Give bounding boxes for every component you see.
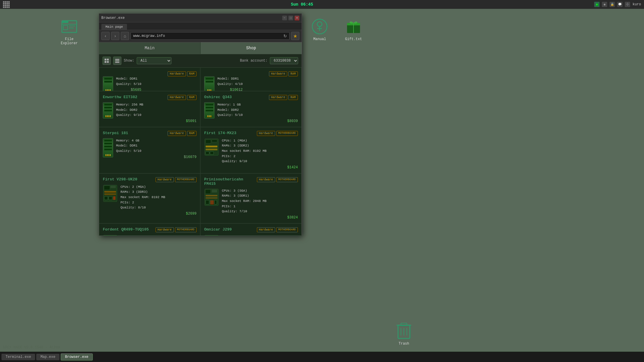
product-name[interactable]: Fordent QR499-TUQ105 — [103, 227, 149, 232]
svg-rect-49 — [103, 235, 117, 236]
tag-ram: RAM — [288, 95, 298, 100]
tag-hardware: Hardware — [156, 177, 174, 182]
product-image — [103, 185, 118, 202]
svg-rect-40 — [113, 196, 115, 200]
grid-icon — [3, 1, 10, 8]
terminal-taskbar-btn[interactable]: Terminal.exe — [1, 354, 35, 360]
bank-select[interactable]: 63310038 — [270, 57, 298, 64]
grid-view-button[interactable] — [103, 57, 111, 65]
main-page-tab[interactable]: Main page — [101, 24, 127, 30]
product-price: $5685 — [116, 88, 141, 91]
product-specs: CPUs: 1 (MGA)RAMs: 3 (DDR2)Max socket RA… — [222, 138, 298, 164]
show-select[interactable]: All RAM CPU Motherboard — [137, 57, 171, 64]
browser-titlebar: Browser.exe − □ ✕ — [99, 14, 302, 22]
svg-rect-48 — [214, 200, 217, 204]
tag-hardware: Hardware — [269, 71, 287, 76]
svg-rect-3 — [63, 25, 68, 30]
svg-rect-32 — [210, 152, 214, 154]
product-name[interactable]: Sterpoi 181 — [103, 131, 128, 135]
svg-rect-47 — [210, 200, 214, 204]
svg-rect-34 — [104, 186, 110, 190]
browser-window: Browser.exe − □ ✕ Main page ‹ › ⌂ www.mc… — [99, 13, 302, 236]
product-specs: CPUs: 2 (MGA)RAMs: 3 (DDR3)Max socket RA… — [120, 185, 196, 210]
manual-icon-img — [311, 18, 328, 35]
svg-rect-31 — [206, 152, 209, 154]
svg-rect-30 — [206, 149, 217, 150]
product-image — [204, 188, 219, 206]
product-name[interactable]: Prinisouthericahn FM415 — [204, 177, 257, 186]
tag-hardware: Hardware — [257, 177, 275, 182]
product-card-firstv298: First V298-UK20 Hardware MOTHERBOARD — [99, 173, 200, 223]
svg-rect-44 — [206, 195, 217, 196]
tray-icon-lock: 🔒 — [610, 2, 615, 7]
svg-rect-1 — [62, 21, 68, 23]
product-card-fordent: Fordent QR499-TUQ105 Hardware MOTHERBOAR… — [99, 223, 200, 236]
gift-desktop-icon[interactable]: Gift.txt — [340, 18, 367, 41]
forward-button[interactable]: › — [111, 32, 119, 40]
main-nav-button[interactable]: Main — [99, 42, 201, 54]
product-name[interactable]: First V298-UK20 — [103, 177, 137, 182]
clock: Sun 06:45 — [291, 2, 313, 7]
tray-icon-network: ◉ — [602, 2, 607, 7]
browser-window-title: Browser.exe — [101, 16, 125, 20]
product-card-enworthw: Enworthw EIT382 Hardware RAM Memory: 256… — [99, 91, 200, 127]
gift-icon-img — [345, 18, 362, 35]
browser-taskbar-btn[interactable]: Browser.exe — [61, 353, 93, 361]
product-card-oshirec: Oshirec Q343 Hardware RAM Memory: 1 GBMo… — [200, 91, 302, 127]
product-image — [103, 102, 113, 119]
maximize-button[interactable]: □ — [288, 16, 293, 20]
product-card-first174: First 174-MX23 Hardware MOTHERBOARD — [200, 127, 302, 173]
file-explorer-icon-img — [60, 18, 78, 35]
tag-ram: RAM — [187, 71, 196, 76]
gift-label: Gift.txt — [345, 37, 362, 41]
bank-label: Bank account: — [240, 59, 267, 63]
product-name[interactable]: Omnicar J299 — [204, 227, 232, 232]
browser-tabs: Main page — [99, 22, 302, 30]
tag-hardware: Hardware — [168, 131, 186, 136]
site-nav: Main Shop — [99, 42, 302, 54]
svg-rect-22 — [107, 61, 109, 63]
controls-left: Show: All RAM CPU Motherboard — [103, 57, 171, 65]
tag-motherboard: MOTHERBOARD — [175, 177, 196, 182]
product-specs: Model: DDR1Quality: 4/10 — [217, 76, 243, 87]
shop-nav-button[interactable]: Shop — [201, 42, 302, 54]
tag-hardware: Hardware — [257, 131, 275, 136]
reload-button[interactable]: ↻ — [283, 34, 287, 38]
product-price: $10612 — [217, 88, 243, 91]
username: kuro — [633, 2, 641, 6]
close-button[interactable]: ✕ — [295, 16, 299, 20]
list-view-button[interactable] — [113, 57, 121, 65]
bookmark-button[interactable]: ★ — [291, 32, 299, 40]
svg-rect-42 — [205, 190, 211, 194]
home-button[interactable]: ⌂ — [121, 32, 129, 40]
tag-ram: RAM — [187, 95, 196, 100]
product-image — [204, 235, 219, 236]
show-label: Show: — [124, 59, 134, 63]
svg-rect-37 — [104, 193, 116, 195]
minimize-button[interactable]: − — [282, 16, 287, 20]
back-button[interactable]: ‹ — [101, 32, 110, 40]
product-name[interactable]: Enworthw EIT382 — [103, 95, 137, 99]
svg-rect-21 — [105, 61, 106, 63]
tag-hardware: Hardware — [257, 227, 275, 232]
product-price: $1424 — [222, 165, 298, 170]
map-taskbar-btn[interactable]: Map.exe — [36, 354, 59, 360]
tag-hardware: Hardware — [168, 71, 186, 76]
svg-rect-19 — [105, 59, 106, 60]
product-name[interactable]: Oshirec Q343 — [204, 95, 232, 99]
trash-desktop-icon[interactable]: Trash — [391, 322, 417, 346]
app-grid-button[interactable] — [3, 1, 10, 8]
product-name[interactable]: First 174-MX23 — [204, 131, 236, 135]
product-card-partial-2: Hardware RAM Model: DDR1Quality: 4/10 $1… — [200, 68, 302, 91]
tag-hardware: Hardware — [156, 227, 174, 232]
file-explorer-desktop-icon[interactable]: File Explorer — [56, 18, 82, 45]
svg-rect-43 — [212, 190, 217, 192]
svg-rect-29 — [206, 146, 217, 147]
controls-right: Bank account: 63310038 — [240, 57, 298, 64]
system-tray: ▣ ◉ 🔒 💬 ➕ kuro — [594, 2, 641, 7]
manual-desktop-icon[interactable]: Manual — [306, 18, 333, 41]
product-grid: Hardware RAM Model: DDR1Quality: 5/10 $5… — [99, 68, 302, 236]
window-controls: − □ ✕ — [282, 16, 299, 20]
svg-rect-53 — [205, 235, 218, 236]
url-text: www.mcgraw.info — [133, 34, 165, 38]
